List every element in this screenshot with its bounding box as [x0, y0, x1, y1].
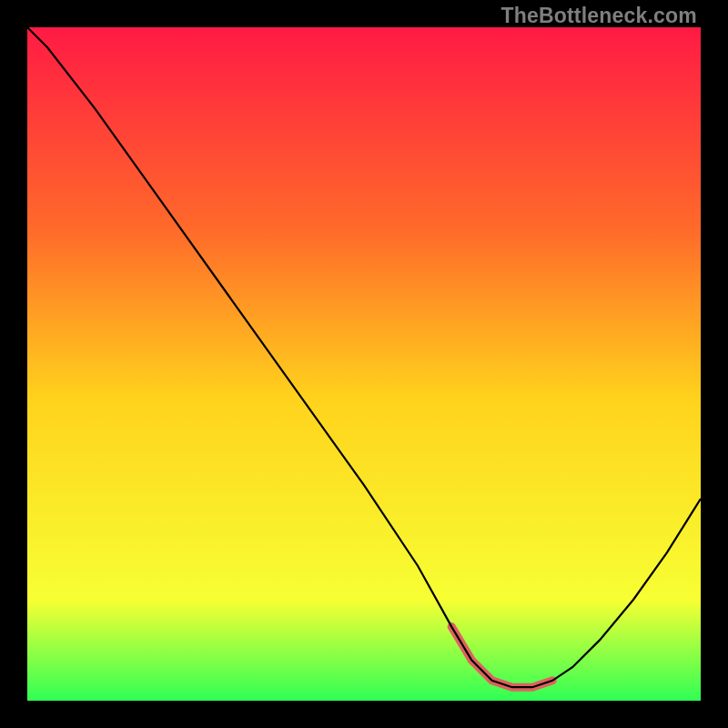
- gradient-background: [27, 27, 701, 701]
- watermark-text: TheBottleneck.com: [500, 4, 697, 28]
- bottleneck-chart: [27, 27, 701, 701]
- chart-frame: [27, 27, 701, 701]
